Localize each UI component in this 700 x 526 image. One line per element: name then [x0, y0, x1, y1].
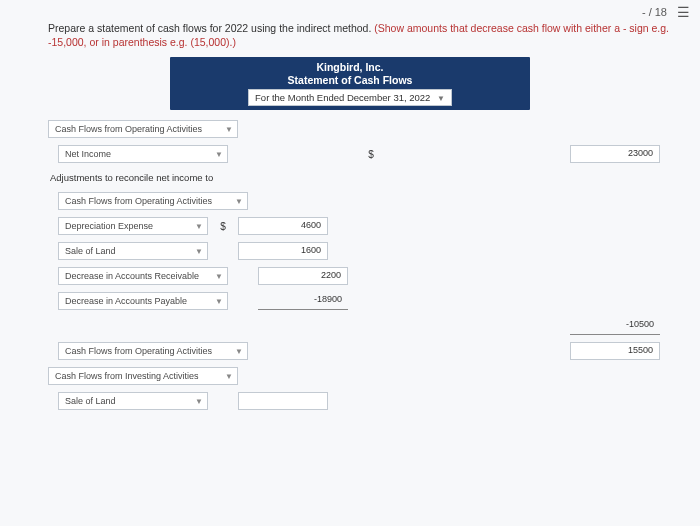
- chevron-down-icon: ▼: [215, 150, 223, 159]
- chevron-down-icon: ▼: [225, 372, 233, 381]
- value-cfo-total[interactable]: 15500: [570, 342, 660, 360]
- statement-header: Kingbird, Inc. Statement of Cash Flows F…: [170, 57, 530, 110]
- dropdown-label: Net Income: [65, 149, 111, 159]
- line-dropdown-sale-of-land-2[interactable]: Sale of Land ▼: [58, 392, 208, 410]
- chevron-down-icon: ▼: [195, 222, 203, 231]
- instruction-main: Prepare a statement of cash flows for 20…: [48, 22, 374, 34]
- line-dropdown-cfo-total[interactable]: Cash Flows from Operating Activities ▼: [58, 342, 248, 360]
- chevron-down-icon: ▼: [215, 272, 223, 281]
- statement-title: Statement of Cash Flows: [170, 74, 530, 86]
- chevron-down-icon: ▼: [437, 94, 445, 103]
- dropdown-label: Sale of Land: [65, 246, 116, 256]
- adjustments-label: Adjustments to reconcile net income to: [48, 170, 213, 185]
- dropdown-label: Cash Flows from Operating Activities: [65, 346, 212, 356]
- section-dropdown-label: Cash Flows from Operating Activities: [55, 124, 202, 134]
- section-dropdown-operating[interactable]: Cash Flows from Operating Activities ▼: [48, 120, 238, 138]
- line-dropdown-dec-ap[interactable]: Decrease in Accounts Payable ▼: [58, 292, 228, 310]
- value-dec-ap[interactable]: -18900: [258, 292, 348, 310]
- chevron-down-icon: ▼: [235, 347, 243, 356]
- value-depreciation[interactable]: 4600: [238, 217, 328, 235]
- period-label: For the Month Ended December 31, 2022: [255, 92, 430, 103]
- dropdown-label: Depreciation Expense: [65, 221, 153, 231]
- line-dropdown-depreciation[interactable]: Depreciation Expense ▼: [58, 217, 208, 235]
- instruction-paren-b: -15,000, or in parenthesis e.g. (15,000)…: [48, 36, 236, 48]
- instruction-paren-a: (Show amounts that decrease cash flow wi…: [374, 22, 669, 34]
- instruction-block: Prepare a statement of cash flows for 20…: [0, 20, 700, 55]
- score-indicator: - / 18: [642, 6, 667, 18]
- line-dropdown-cfo2[interactable]: Cash Flows from Operating Activities ▼: [58, 192, 248, 210]
- line-dropdown-sale-of-land[interactable]: Sale of Land ▼: [58, 242, 208, 260]
- dollar-sign: $: [364, 149, 378, 160]
- dollar-sign: $: [216, 221, 230, 232]
- value-net-income[interactable]: 23000: [570, 145, 660, 163]
- company-name: Kingbird, Inc.: [170, 61, 530, 73]
- dropdown-label: Cash Flows from Operating Activities: [65, 196, 212, 206]
- dropdown-label: Sale of Land: [65, 396, 116, 406]
- dropdown-label: Cash Flows from Investing Activities: [55, 371, 199, 381]
- value-adjustments-subtotal[interactable]: -10500: [570, 317, 660, 335]
- chevron-down-icon: ▼: [195, 397, 203, 406]
- value-sale-of-land-2[interactable]: [238, 392, 328, 410]
- value-sale-of-land[interactable]: 1600: [238, 242, 328, 260]
- section-dropdown-investing[interactable]: Cash Flows from Investing Activities ▼: [48, 367, 238, 385]
- chevron-down-icon: ▼: [195, 247, 203, 256]
- dropdown-label: Decrease in Accounts Receivable: [65, 271, 199, 281]
- chevron-down-icon: ▼: [215, 297, 223, 306]
- line-dropdown-dec-ar[interactable]: Decrease in Accounts Receivable ▼: [58, 267, 228, 285]
- chevron-down-icon: ▼: [225, 125, 233, 134]
- chevron-down-icon: ▼: [235, 197, 243, 206]
- value-dec-ar[interactable]: 2200: [258, 267, 348, 285]
- dropdown-label: Decrease in Accounts Payable: [65, 296, 187, 306]
- line-dropdown-net-income[interactable]: Net Income ▼: [58, 145, 228, 163]
- period-dropdown[interactable]: For the Month Ended December 31, 2022 ▼: [248, 89, 452, 106]
- menu-icon[interactable]: ☰: [677, 4, 690, 20]
